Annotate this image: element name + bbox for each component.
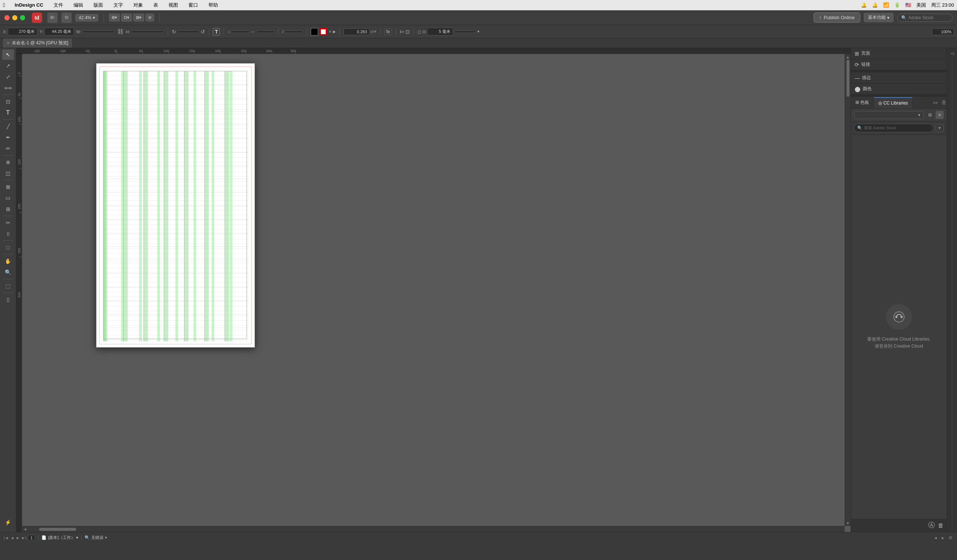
workspace-dropdown[interactable]: 基本功能 ▾	[864, 13, 894, 22]
links-panel-header[interactable]: ⟳ 链接	[851, 59, 947, 70]
cc-search-filter[interactable]: ▾	[936, 124, 944, 132]
first-page-btn[interactable]: |◄	[4, 536, 9, 540]
corner-chevron[interactable]: ▾	[477, 29, 480, 34]
document-page[interactable]	[96, 63, 255, 348]
last-page-btn[interactable]: ►|	[21, 536, 27, 540]
measure-tool[interactable]: ⁞⁞	[2, 229, 14, 239]
fill-stroke-tool[interactable]: ⬚	[2, 281, 14, 291]
corner-radius-input[interactable]: 5 毫米	[427, 28, 453, 35]
stroke-swatch[interactable]	[320, 28, 327, 35]
align-center-icon[interactable]: ⊡	[405, 29, 410, 35]
scrollbar-horizontal[interactable]: ◄ ►	[22, 526, 845, 532]
x-input[interactable]: 270 毫米	[8, 28, 37, 35]
pages-panel-header[interactable]: ⊞ 页面	[851, 48, 947, 59]
tab-close-icon[interactable]: ✕	[7, 41, 9, 45]
list-view-btn[interactable]: ≡	[936, 111, 944, 119]
page-add-btn[interactable]: ⊞	[948, 535, 953, 541]
maximize-button[interactable]	[20, 15, 25, 21]
gradient-tool[interactable]: ◫	[2, 168, 14, 178]
fill-stroke-btn[interactable]: ⊘	[145, 14, 154, 21]
align-left-icon[interactable]: ⊨	[400, 29, 404, 35]
pen-tool[interactable]: ✒	[2, 132, 14, 143]
panel-collapse-icon[interactable]: ◁	[948, 49, 956, 58]
bridge-icon[interactable]: Br	[47, 13, 58, 23]
scroll-thumb-v[interactable]	[846, 60, 850, 97]
hand-tool[interactable]: ✋	[2, 256, 14, 267]
cc-adobe-icon[interactable]	[928, 522, 935, 530]
app-menu[interactable]: InDesign CC	[13, 2, 46, 8]
selection-tool[interactable]: ↖	[2, 49, 14, 60]
stock-icon[interactable]: St	[62, 13, 72, 23]
view-mode-tool[interactable]: ▯	[2, 294, 14, 305]
rect-frame-tool[interactable]: ▭	[2, 193, 14, 203]
color-panel-header[interactable]: ⬤ 颜色	[851, 84, 947, 95]
y-input[interactable]: 44.25 毫米	[44, 28, 74, 35]
menu-view[interactable]: 视图	[166, 1, 180, 9]
none-swatch[interactable]: ✕	[328, 30, 332, 34]
swatches-tab[interactable]: ⊞ 色板	[851, 97, 874, 108]
panels-menu-icon[interactable]: ☰	[941, 100, 947, 106]
menu-text[interactable]: 文字	[111, 1, 125, 9]
prefix-icon[interactable]: 📄	[41, 535, 47, 540]
menu-edit[interactable]: 编辑	[71, 1, 85, 9]
page-tool[interactable]: ⤢	[2, 72, 14, 82]
panels-expand-btn[interactable]: >>	[930, 99, 941, 106]
minimize-button[interactable]	[12, 15, 17, 21]
gradient-swatch[interactable]: ▶	[333, 30, 336, 34]
cc-trash-icon[interactable]: 🗑	[938, 522, 944, 529]
scissors-tool[interactable]: ✂	[2, 218, 14, 228]
scroll-up-btn[interactable]: ▲	[845, 54, 851, 60]
fx-button[interactable]: fx	[384, 28, 392, 35]
menu-layout[interactable]: 版面	[91, 1, 105, 9]
content-collector[interactable]: ⊡	[2, 96, 14, 107]
frame-tool-btn[interactable]: ⊞▾	[109, 14, 120, 21]
stroke-weight-input[interactable]: 0.283	[344, 28, 370, 35]
page-style-dropdown[interactable]: [基本]（工作） ▾	[48, 535, 78, 540]
opacity-input[interactable]: 100%	[932, 28, 954, 35]
type-tool[interactable]: T	[2, 107, 14, 118]
scroll-down-btn[interactable]: ▼	[845, 520, 851, 526]
apple-menu[interactable]: 	[3, 2, 5, 8]
rotate-input[interactable]	[177, 31, 199, 33]
shear-input[interactable]	[284, 31, 303, 33]
fill-color-swatch[interactable]	[311, 28, 318, 35]
scroll-left-status[interactable]: ◄	[933, 535, 938, 541]
menu-table[interactable]: 表	[151, 1, 160, 9]
scroll-left-btn[interactable]: ◄	[22, 526, 28, 532]
status-chevron[interactable]: ▾	[105, 535, 107, 540]
prev-page-btn[interactable]: ◄	[10, 536, 14, 540]
cc-libraries-tab[interactable]: ◎ CC Libraries	[874, 97, 913, 108]
scroll-right-status[interactable]: ►	[940, 535, 946, 541]
document-tab[interactable]: ✕ 未命名-1 @ 42% [GPU 预览]	[3, 38, 72, 48]
grid-view-btn[interactable]: ⊞	[926, 111, 934, 119]
rotate-ccw-icon[interactable]: ↺	[201, 29, 205, 35]
publish-online-button[interactable]: ↑ Publish Online	[813, 13, 860, 22]
menu-object[interactable]: 对象	[131, 1, 145, 9]
canvas-viewport[interactable]: ▲ ▼ ◄ ►	[22, 54, 851, 532]
quick-apply-icon[interactable]: ⚡	[2, 517, 14, 527]
direct-select-tool[interactable]: ↗	[2, 61, 14, 71]
ellipse-frame-tool[interactable]: ⊞	[2, 204, 14, 214]
text-frame-icon[interactable]: T	[213, 28, 220, 35]
w-input[interactable]	[82, 31, 115, 33]
next-page-btn[interactable]: ►	[16, 536, 20, 540]
rect-tool[interactable]: □	[2, 242, 14, 253]
zoom-control[interactable]: 42.4% ▾	[75, 14, 98, 21]
preflight-icon[interactable]: 🔍	[85, 535, 90, 540]
gap-tool[interactable]: ⟺	[2, 83, 14, 93]
menu-help[interactable]: 帮助	[206, 1, 220, 9]
library-selector[interactable]: ▾	[854, 111, 924, 119]
scrollbar-vertical[interactable]: ▲ ▼	[845, 54, 851, 526]
rotate-cw-icon[interactable]: ↻	[172, 29, 176, 35]
zoom-tool[interactable]: 🔍	[2, 267, 14, 278]
menu-file[interactable]: 文件	[51, 1, 65, 9]
transform-btn[interactable]: ⊡▾	[121, 14, 132, 21]
scroll-thumb-h[interactable]	[39, 528, 76, 531]
search-bar[interactable]: 🔍 Adobe Stock	[897, 14, 952, 22]
current-page-input[interactable]: 1	[28, 535, 35, 541]
link-dimensions-icon[interactable]: ⛓	[117, 28, 123, 35]
eyedropper-tool[interactable]: ⊕	[2, 157, 14, 167]
pencil-tool[interactable]: ✏	[2, 144, 14, 154]
corner-radius-input-2[interactable]	[454, 31, 476, 33]
h-input[interactable]	[131, 31, 164, 33]
